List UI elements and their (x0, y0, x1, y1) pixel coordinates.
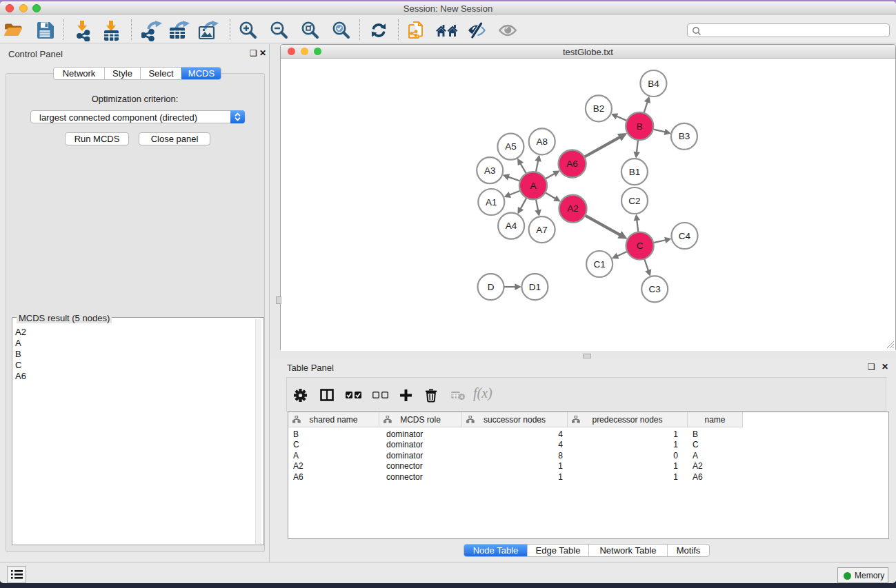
svg-text:D: D (488, 282, 495, 292)
svg-text:C1: C1 (593, 259, 605, 270)
svg-text:B2: B2 (593, 103, 605, 114)
svg-text:D1: D1 (529, 282, 541, 292)
svg-text:C3: C3 (649, 284, 661, 294)
svg-text:A4: A4 (506, 221, 517, 231)
svg-text:A2: A2 (567, 203, 579, 214)
svg-text:A1: A1 (486, 197, 497, 207)
svg-text:A6: A6 (566, 159, 578, 169)
svg-text:B1: B1 (629, 167, 641, 177)
svg-text:C: C (637, 241, 644, 251)
svg-text:C4: C4 (679, 231, 691, 241)
svg-text:B: B (637, 121, 643, 132)
svg-text:A8: A8 (536, 136, 548, 147)
svg-text:A: A (530, 181, 536, 191)
svg-text:B3: B3 (679, 131, 690, 141)
svg-text:A3: A3 (484, 165, 496, 176)
svg-text:B4: B4 (648, 79, 659, 89)
svg-text:C2: C2 (628, 196, 640, 206)
svg-text:A5: A5 (505, 141, 517, 152)
svg-text:A7: A7 (536, 225, 548, 235)
